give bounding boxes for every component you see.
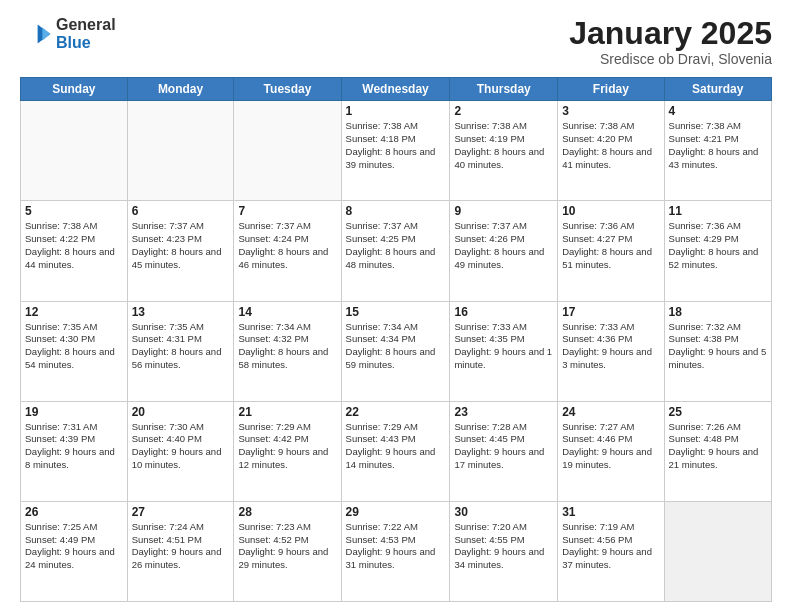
day-number: 24 xyxy=(562,405,659,419)
day-number: 11 xyxy=(669,204,767,218)
table-row: 14Sunrise: 7:34 AM Sunset: 4:32 PM Dayli… xyxy=(234,301,341,401)
table-row: 4Sunrise: 7:38 AM Sunset: 4:21 PM Daylig… xyxy=(664,101,771,201)
day-number: 4 xyxy=(669,104,767,118)
calendar-table: Sunday Monday Tuesday Wednesday Thursday… xyxy=(20,77,772,602)
day-info: Sunrise: 7:35 AM Sunset: 4:30 PM Dayligh… xyxy=(25,321,123,372)
day-number: 17 xyxy=(562,305,659,319)
header: General Blue January 2025 Sredisce ob Dr… xyxy=(20,16,772,67)
day-number: 26 xyxy=(25,505,123,519)
logo: General Blue xyxy=(20,16,116,51)
title-section: January 2025 Sredisce ob Dravi, Slovenia xyxy=(569,16,772,67)
day-number: 31 xyxy=(562,505,659,519)
table-row: 6Sunrise: 7:37 AM Sunset: 4:23 PM Daylig… xyxy=(127,201,234,301)
day-number: 6 xyxy=(132,204,230,218)
table-row: 12Sunrise: 7:35 AM Sunset: 4:30 PM Dayli… xyxy=(21,301,128,401)
calendar-week-row: 1Sunrise: 7:38 AM Sunset: 4:18 PM Daylig… xyxy=(21,101,772,201)
day-number: 16 xyxy=(454,305,553,319)
day-number: 29 xyxy=(346,505,446,519)
day-info: Sunrise: 7:33 AM Sunset: 4:35 PM Dayligh… xyxy=(454,321,553,372)
table-row: 8Sunrise: 7:37 AM Sunset: 4:25 PM Daylig… xyxy=(341,201,450,301)
day-info: Sunrise: 7:20 AM Sunset: 4:55 PM Dayligh… xyxy=(454,521,553,572)
day-info: Sunrise: 7:38 AM Sunset: 4:22 PM Dayligh… xyxy=(25,220,123,271)
table-row: 2Sunrise: 7:38 AM Sunset: 4:19 PM Daylig… xyxy=(450,101,558,201)
day-number: 3 xyxy=(562,104,659,118)
day-number: 8 xyxy=(346,204,446,218)
day-info: Sunrise: 7:38 AM Sunset: 4:21 PM Dayligh… xyxy=(669,120,767,171)
calendar-week-row: 19Sunrise: 7:31 AM Sunset: 4:39 PM Dayli… xyxy=(21,401,772,501)
table-row: 5Sunrise: 7:38 AM Sunset: 4:22 PM Daylig… xyxy=(21,201,128,301)
table-row: 19Sunrise: 7:31 AM Sunset: 4:39 PM Dayli… xyxy=(21,401,128,501)
day-number: 27 xyxy=(132,505,230,519)
calendar-week-row: 12Sunrise: 7:35 AM Sunset: 4:30 PM Dayli… xyxy=(21,301,772,401)
day-number: 23 xyxy=(454,405,553,419)
table-row: 25Sunrise: 7:26 AM Sunset: 4:48 PM Dayli… xyxy=(664,401,771,501)
day-info: Sunrise: 7:29 AM Sunset: 4:43 PM Dayligh… xyxy=(346,421,446,472)
header-monday: Monday xyxy=(127,78,234,101)
day-info: Sunrise: 7:36 AM Sunset: 4:27 PM Dayligh… xyxy=(562,220,659,271)
day-number: 20 xyxy=(132,405,230,419)
day-info: Sunrise: 7:35 AM Sunset: 4:31 PM Dayligh… xyxy=(132,321,230,372)
table-row: 9Sunrise: 7:37 AM Sunset: 4:26 PM Daylig… xyxy=(450,201,558,301)
day-info: Sunrise: 7:23 AM Sunset: 4:52 PM Dayligh… xyxy=(238,521,336,572)
day-info: Sunrise: 7:32 AM Sunset: 4:38 PM Dayligh… xyxy=(669,321,767,372)
day-info: Sunrise: 7:19 AM Sunset: 4:56 PM Dayligh… xyxy=(562,521,659,572)
header-saturday: Saturday xyxy=(664,78,771,101)
logo-blue: Blue xyxy=(56,34,116,52)
day-number: 10 xyxy=(562,204,659,218)
table-row: 24Sunrise: 7:27 AM Sunset: 4:46 PM Dayli… xyxy=(558,401,664,501)
day-number: 1 xyxy=(346,104,446,118)
day-info: Sunrise: 7:22 AM Sunset: 4:53 PM Dayligh… xyxy=(346,521,446,572)
table-row: 30Sunrise: 7:20 AM Sunset: 4:55 PM Dayli… xyxy=(450,501,558,601)
table-row: 15Sunrise: 7:34 AM Sunset: 4:34 PM Dayli… xyxy=(341,301,450,401)
table-row: 3Sunrise: 7:38 AM Sunset: 4:20 PM Daylig… xyxy=(558,101,664,201)
table-row: 22Sunrise: 7:29 AM Sunset: 4:43 PM Dayli… xyxy=(341,401,450,501)
header-tuesday: Tuesday xyxy=(234,78,341,101)
table-row: 20Sunrise: 7:30 AM Sunset: 4:40 PM Dayli… xyxy=(127,401,234,501)
day-info: Sunrise: 7:27 AM Sunset: 4:46 PM Dayligh… xyxy=(562,421,659,472)
day-number: 14 xyxy=(238,305,336,319)
day-number: 18 xyxy=(669,305,767,319)
table-row: 29Sunrise: 7:22 AM Sunset: 4:53 PM Dayli… xyxy=(341,501,450,601)
day-info: Sunrise: 7:38 AM Sunset: 4:19 PM Dayligh… xyxy=(454,120,553,171)
calendar-header-row: Sunday Monday Tuesday Wednesday Thursday… xyxy=(21,78,772,101)
day-number: 9 xyxy=(454,204,553,218)
day-number: 22 xyxy=(346,405,446,419)
day-number: 19 xyxy=(25,405,123,419)
table-row: 21Sunrise: 7:29 AM Sunset: 4:42 PM Dayli… xyxy=(234,401,341,501)
day-number: 12 xyxy=(25,305,123,319)
table-row xyxy=(234,101,341,201)
table-row: 31Sunrise: 7:19 AM Sunset: 4:56 PM Dayli… xyxy=(558,501,664,601)
table-row: 23Sunrise: 7:28 AM Sunset: 4:45 PM Dayli… xyxy=(450,401,558,501)
day-number: 2 xyxy=(454,104,553,118)
table-row: 10Sunrise: 7:36 AM Sunset: 4:27 PM Dayli… xyxy=(558,201,664,301)
table-row: 17Sunrise: 7:33 AM Sunset: 4:36 PM Dayli… xyxy=(558,301,664,401)
day-info: Sunrise: 7:25 AM Sunset: 4:49 PM Dayligh… xyxy=(25,521,123,572)
day-number: 5 xyxy=(25,204,123,218)
table-row xyxy=(127,101,234,201)
header-sunday: Sunday xyxy=(21,78,128,101)
day-info: Sunrise: 7:37 AM Sunset: 4:23 PM Dayligh… xyxy=(132,220,230,271)
page: General Blue January 2025 Sredisce ob Dr… xyxy=(0,0,792,612)
table-row: 27Sunrise: 7:24 AM Sunset: 4:51 PM Dayli… xyxy=(127,501,234,601)
table-row: 7Sunrise: 7:37 AM Sunset: 4:24 PM Daylig… xyxy=(234,201,341,301)
logo-text: General Blue xyxy=(56,16,116,51)
day-info: Sunrise: 7:24 AM Sunset: 4:51 PM Dayligh… xyxy=(132,521,230,572)
day-info: Sunrise: 7:34 AM Sunset: 4:34 PM Dayligh… xyxy=(346,321,446,372)
day-info: Sunrise: 7:38 AM Sunset: 4:18 PM Dayligh… xyxy=(346,120,446,171)
header-thursday: Thursday xyxy=(450,78,558,101)
day-number: 30 xyxy=(454,505,553,519)
table-row xyxy=(664,501,771,601)
day-info: Sunrise: 7:31 AM Sunset: 4:39 PM Dayligh… xyxy=(25,421,123,472)
day-info: Sunrise: 7:34 AM Sunset: 4:32 PM Dayligh… xyxy=(238,321,336,372)
day-info: Sunrise: 7:38 AM Sunset: 4:20 PM Dayligh… xyxy=(562,120,659,171)
location-subtitle: Sredisce ob Dravi, Slovenia xyxy=(569,51,772,67)
day-number: 7 xyxy=(238,204,336,218)
day-info: Sunrise: 7:28 AM Sunset: 4:45 PM Dayligh… xyxy=(454,421,553,472)
day-info: Sunrise: 7:36 AM Sunset: 4:29 PM Dayligh… xyxy=(669,220,767,271)
day-number: 21 xyxy=(238,405,336,419)
day-number: 28 xyxy=(238,505,336,519)
table-row: 26Sunrise: 7:25 AM Sunset: 4:49 PM Dayli… xyxy=(21,501,128,601)
table-row: 28Sunrise: 7:23 AM Sunset: 4:52 PM Dayli… xyxy=(234,501,341,601)
logo-general: General xyxy=(56,16,116,34)
day-number: 25 xyxy=(669,405,767,419)
